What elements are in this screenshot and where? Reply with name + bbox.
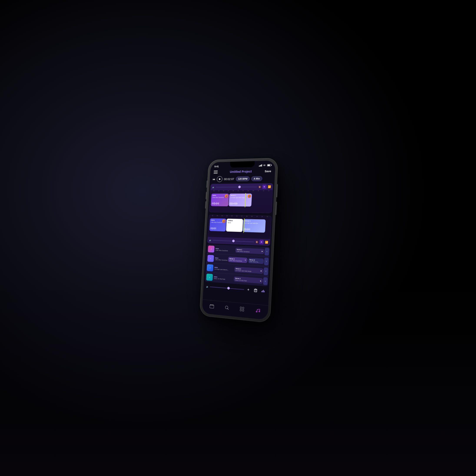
- svg-rect-7: [263, 289, 264, 292]
- ruler-mark: 12: [266, 190, 271, 193]
- play-icon[interactable]: ▶: [262, 250, 263, 252]
- track-1-controls: 🔉 🔇 B 📶: [210, 183, 273, 190]
- song-overflow-1[interactable]: V: [264, 247, 269, 255]
- clip-sublabel: La mujer que bota fue...: [244, 222, 264, 224]
- track-2: 01 02 03 04 05 06 07 08 09 10 11 12: [207, 215, 271, 246]
- volume-thumb-2[interactable]: [232, 239, 235, 242]
- ruler-mark: 09: [251, 190, 256, 193]
- ruler-mark: 10: [255, 190, 261, 193]
- ruler-mark: 06: [234, 215, 239, 218]
- tab-search[interactable]: [224, 305, 229, 310]
- song-info-3: Intro La mujer que bota fu...: [214, 266, 234, 271]
- clip-blank[interactable]: 4 Bars Blank: [226, 219, 243, 232]
- segment-info: Verse 1 La mujer que bota fuego: [235, 267, 260, 272]
- ruler-mark: 11: [259, 216, 265, 219]
- svg-rect-17: [242, 309, 243, 311]
- signal-bar-2: [260, 165, 260, 166]
- pause-icon[interactable]: ⏸: [244, 259, 246, 261]
- key-button[interactable]: A Min: [251, 176, 262, 181]
- ruler-mark: 08: [244, 216, 249, 219]
- ruler-mark: 03: [221, 190, 226, 193]
- transport-bar: ⏮ 00:02:07 120 BPM A Min: [209, 174, 275, 184]
- clip-waveform: [210, 226, 225, 231]
- song-segment-4a[interactable]: Verse 1 Nikes On My Feet ▶: [234, 276, 263, 284]
- clip-label: Verse 1: [244, 220, 264, 222]
- song-overflow-3[interactable]: V: [263, 267, 268, 275]
- mute-button-2[interactable]: 🔇: [255, 240, 258, 243]
- background-scene: 9:41: [0, 0, 476, 476]
- play-icon: [219, 178, 221, 180]
- volume-icon-2: 🔉: [209, 239, 212, 241]
- play-icon[interactable]: ▶: [260, 280, 261, 282]
- volume-thumb-1[interactable]: [238, 186, 241, 188]
- volume-thumb-bottom[interactable]: [227, 287, 230, 289]
- equalizer-button[interactable]: [260, 288, 266, 294]
- ruler-1: 01 02 03 04 05 06 07 08 09 10 11 12: [210, 190, 272, 193]
- song-segment-2a[interactable]: Verse 1 Little Miss Sunshine ⏸: [228, 256, 247, 263]
- beat-button-1[interactable]: B: [262, 185, 267, 189]
- menu-button[interactable]: [214, 170, 218, 174]
- rewind-button[interactable]: ⏮: [212, 177, 215, 181]
- delete-button[interactable]: [252, 287, 258, 293]
- menu-line-1: [214, 170, 218, 171]
- volume-slider-1[interactable]: [216, 187, 257, 187]
- clip-verse1-2[interactable]: Verse 1 La mujer que bota fue...: [243, 219, 266, 233]
- clip-avatar: 👤: [247, 194, 251, 198]
- ruler-mark: 10: [254, 216, 259, 219]
- song-segment-2b[interactable]: Verse 2 Little Miss Su...: [248, 258, 264, 264]
- clips-row-1: Intro Little Miss Sunshine 👤: [209, 193, 272, 207]
- status-time: 9:41: [214, 165, 219, 168]
- ruler-mark: 02: [215, 215, 220, 218]
- signal-icon: [259, 164, 262, 166]
- ruler-mark: 06: [236, 190, 241, 193]
- track-1: 🔉 🔇 B 📶 01 02 03 04 05: [209, 183, 273, 213]
- song-segment-3a[interactable]: Verse 1 La mujer que bota fuego ▶: [234, 267, 263, 274]
- bpm-button[interactable]: 120 BPM: [236, 176, 250, 181]
- add-button[interactable]: +: [245, 286, 251, 293]
- segment-info: Verse 1 Little Miss Sunshine: [229, 257, 243, 262]
- song-info-2: Intro Little Miss Sunshine: [215, 257, 228, 261]
- song-overflow-2[interactable]: V: [264, 257, 269, 265]
- tab-projects[interactable]: [209, 304, 214, 308]
- song-thumb-3: ♪: [207, 264, 213, 271]
- clip-waveform: [211, 201, 227, 205]
- clip-intro-1[interactable]: Intro Little Miss Sunshine 👤: [211, 193, 229, 206]
- segment-info: Verse 2 Little Miss Su...: [249, 258, 263, 263]
- ruler-mark: 04: [226, 190, 231, 193]
- ruler-mark: 05: [229, 215, 234, 218]
- menu-line-3: [214, 173, 218, 173]
- play-icon[interactable]: ▶: [260, 270, 262, 272]
- clip-intro-2[interactable]: Intro Little Miss Sunshine 👤: [209, 218, 226, 231]
- ruler-mark: 11: [261, 190, 266, 193]
- mute-button-1[interactable]: 🔇: [258, 186, 261, 188]
- song-info-4: Intro Nikes On My Feet: [214, 276, 234, 280]
- beat-button-2[interactable]: B: [259, 240, 264, 244]
- song-thumb-1: ♪: [208, 245, 214, 253]
- volume-icon-1: 🔉: [212, 186, 214, 188]
- clip-sublabel: Blank: [227, 221, 241, 223]
- ruler-mark: 04: [224, 215, 229, 218]
- song-overflow-4[interactable]: V: [263, 277, 268, 285]
- ruler-mark: 03: [220, 215, 224, 218]
- status-icons: [259, 164, 271, 166]
- song-info-1: Intro Little Miss Sunshine: [215, 247, 235, 252]
- volume-slider-bottom[interactable]: [210, 286, 244, 290]
- clip-avatar: 👤: [225, 194, 228, 198]
- bars-icon-2[interactable]: 📶: [265, 240, 268, 244]
- tab-grid[interactable]: [240, 306, 244, 311]
- song-segment-1a[interactable]: Verse 1 Little Miss Sunshine ▶: [235, 247, 264, 254]
- play-button[interactable]: [217, 176, 222, 182]
- wifi-icon: [263, 164, 266, 166]
- signal-bar-1: [259, 166, 259, 166]
- music-icon: [255, 308, 260, 313]
- clip-waveform: [243, 227, 264, 232]
- segment-info: Verse 1 Little Miss Sunshine: [236, 248, 261, 253]
- volume-slider-2[interactable]: [212, 240, 254, 242]
- save-button[interactable]: Save: [264, 169, 271, 173]
- clip-verse1-1[interactable]: Verse 1 La mujer que bota fuego 👤: [229, 193, 252, 206]
- bars-icon-1[interactable]: 📶: [268, 185, 271, 188]
- svg-rect-0: [254, 289, 257, 292]
- tab-music[interactable]: [255, 308, 260, 313]
- ruler-mark: 05: [231, 190, 236, 193]
- volume-icon-bottom: 🔉: [206, 285, 209, 288]
